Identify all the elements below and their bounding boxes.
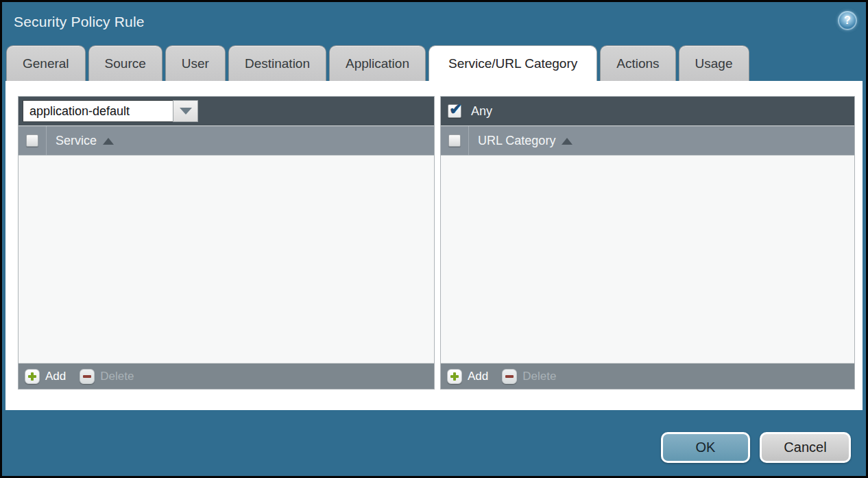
any-checkbox[interactable]	[448, 104, 461, 118]
ok-button[interactable]: OK	[661, 432, 750, 463]
url-category-column-header[interactable]: URL Category	[469, 134, 572, 148]
sort-ascending-icon	[562, 138, 572, 145]
service-panel-header	[19, 97, 434, 126]
url-category-table-header: URL Category	[441, 126, 854, 156]
tab-user[interactable]: User	[165, 45, 226, 81]
tab-destination[interactable]: Destination	[228, 45, 326, 81]
delete-button-label: Delete	[100, 370, 134, 383]
url-category-column-label: URL Category	[478, 134, 555, 148]
service-table-header: Service	[19, 126, 434, 156]
any-row: Any	[445, 104, 492, 119]
url-category-panel-footer: Add Delete	[441, 363, 854, 389]
url-category-delete-button: Delete	[502, 369, 556, 384]
service-type-combobox	[23, 100, 198, 122]
service-type-input[interactable]	[23, 100, 173, 122]
url-category-table-body[interactable]	[441, 156, 854, 363]
service-delete-button: Delete	[80, 369, 134, 384]
url-category-select-all-checkbox[interactable]	[448, 134, 461, 147]
any-label: Any	[471, 104, 492, 119]
tab-actions[interactable]: Actions	[600, 45, 675, 81]
content-area: Service Add Delete An	[5, 81, 863, 410]
delete-button-label: Delete	[522, 370, 556, 383]
minus-icon	[80, 369, 95, 384]
tab-application[interactable]: Application	[329, 45, 426, 81]
tab-service-url-category[interactable]: Service/URL Category	[429, 45, 597, 82]
security-policy-rule-dialog: Security Policy Rule ? General Source Us…	[0, 0, 868, 478]
service-select-all-cell	[19, 126, 47, 155]
dialog-button-row: OK Cancel	[661, 432, 851, 463]
tab-bar: General Source User Destination Applicat…	[6, 45, 862, 81]
chevron-down-icon	[180, 108, 192, 115]
help-icon[interactable]: ?	[838, 11, 857, 30]
add-button-label: Add	[45, 370, 66, 383]
service-column-label: Service	[56, 134, 97, 148]
cancel-button[interactable]: Cancel	[760, 432, 851, 463]
plus-icon	[447, 369, 462, 384]
minus-icon	[502, 369, 517, 384]
add-button-label: Add	[468, 370, 488, 383]
url-category-add-button[interactable]: Add	[447, 369, 488, 384]
service-column-header[interactable]: Service	[47, 134, 114, 148]
tab-source[interactable]: Source	[88, 45, 162, 81]
tab-general[interactable]: General	[6, 45, 86, 81]
service-type-dropdown-button[interactable]	[173, 100, 198, 122]
url-category-select-all-cell	[441, 126, 469, 155]
service-panel: Service Add Delete	[18, 96, 435, 390]
service-panel-footer: Add Delete	[19, 363, 434, 389]
service-select-all-checkbox[interactable]	[26, 134, 38, 147]
title-bar: Security Policy Rule ?	[2, 2, 866, 45]
url-category-panel: Any URL Category Add	[440, 96, 855, 390]
page-title: Security Policy Rule	[14, 14, 145, 30]
tab-usage[interactable]: Usage	[679, 45, 749, 81]
service-table-body[interactable]	[19, 156, 434, 363]
sort-ascending-icon	[103, 138, 114, 145]
url-category-panel-header: Any	[441, 97, 854, 126]
service-add-button[interactable]: Add	[25, 369, 66, 384]
plus-icon	[25, 369, 40, 384]
